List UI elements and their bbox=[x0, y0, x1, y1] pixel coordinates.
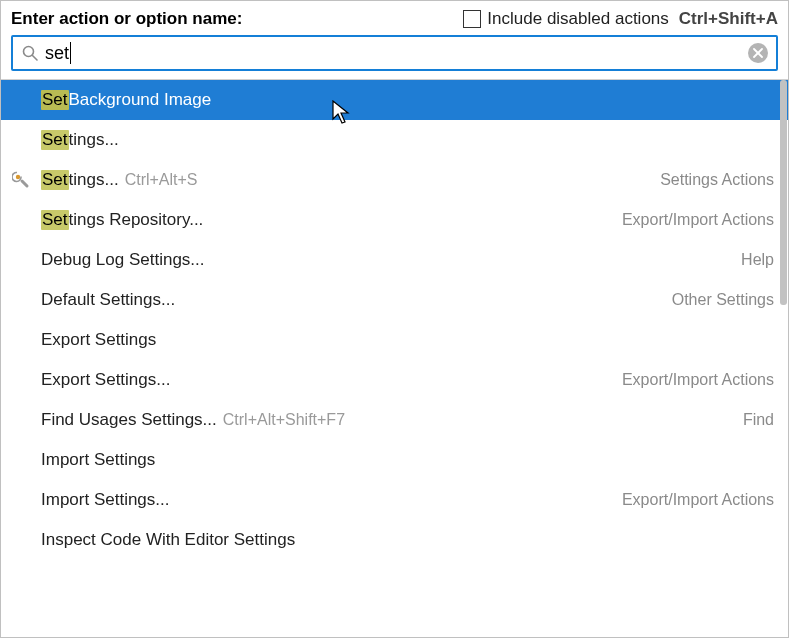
item-label: Settings... bbox=[41, 130, 119, 150]
item-text: Export Settings... bbox=[41, 370, 170, 390]
item-category: Help bbox=[741, 251, 774, 269]
item-text: Export Settings bbox=[41, 330, 156, 350]
list-item[interactable]: Set Background Image bbox=[1, 80, 788, 120]
header: Enter action or option name: Include dis… bbox=[1, 1, 788, 35]
item-label: Settings...Ctrl+Alt+S bbox=[41, 170, 198, 190]
empty-icon bbox=[11, 410, 31, 430]
item-text: Default Settings... bbox=[41, 290, 175, 310]
item-label: Import Settings bbox=[41, 450, 155, 470]
item-label: Export Settings... bbox=[41, 370, 170, 390]
item-text: tings... bbox=[69, 170, 119, 190]
search-input[interactable]: set bbox=[11, 35, 778, 71]
empty-icon bbox=[11, 370, 31, 390]
empty-icon bbox=[11, 290, 31, 310]
list-item[interactable]: Find Usages Settings...Ctrl+Alt+Shift+F7… bbox=[1, 400, 788, 440]
item-label: Import Settings... bbox=[41, 490, 170, 510]
empty-icon bbox=[11, 330, 31, 350]
item-text: Find Usages Settings... bbox=[41, 410, 217, 430]
match-highlight: Set bbox=[41, 130, 69, 150]
empty-icon bbox=[11, 130, 31, 150]
item-category: Other Settings bbox=[672, 291, 774, 309]
empty-icon bbox=[11, 450, 31, 470]
list-item[interactable]: Inspect Code With Editor Settings bbox=[1, 520, 788, 560]
dialog-shortcut: Ctrl+Shift+A bbox=[679, 9, 778, 29]
include-disabled-label: Include disabled actions bbox=[487, 9, 668, 29]
list-item[interactable]: Debug Log Settings...Help bbox=[1, 240, 788, 280]
clear-icon[interactable] bbox=[748, 43, 768, 63]
item-text: Debug Log Settings... bbox=[41, 250, 205, 270]
item-category: Settings Actions bbox=[660, 171, 774, 189]
include-disabled-checkbox-wrap[interactable]: Include disabled actions Ctrl+Shift+A bbox=[463, 9, 778, 29]
list-item[interactable]: Import Settings...Export/Import Actions bbox=[1, 480, 788, 520]
empty-icon bbox=[11, 90, 31, 110]
item-label: Settings Repository... bbox=[41, 210, 203, 230]
svg-point-4 bbox=[16, 175, 20, 179]
list-item[interactable]: Settings Repository...Export/Import Acti… bbox=[1, 200, 788, 240]
item-text: tings Repository... bbox=[69, 210, 204, 230]
text-caret bbox=[70, 42, 71, 64]
item-text: Inspect Code With Editor Settings bbox=[41, 530, 295, 550]
item-label: Default Settings... bbox=[41, 290, 175, 310]
list-item[interactable]: Default Settings...Other Settings bbox=[1, 280, 788, 320]
list-item[interactable]: Import Settings bbox=[1, 440, 788, 480]
match-highlight: Set bbox=[41, 210, 69, 230]
prompt-label: Enter action or option name: bbox=[11, 9, 242, 29]
empty-icon bbox=[11, 210, 31, 230]
item-text: Import Settings bbox=[41, 450, 155, 470]
item-label: Export Settings bbox=[41, 330, 156, 350]
empty-icon bbox=[11, 250, 31, 270]
item-label: Set Background Image bbox=[41, 90, 211, 110]
item-category: Export/Import Actions bbox=[622, 371, 774, 389]
search-row: set bbox=[1, 35, 788, 79]
item-shortcut: Ctrl+Alt+Shift+F7 bbox=[223, 411, 345, 429]
match-highlight: Set bbox=[41, 90, 69, 110]
item-text: Import Settings... bbox=[41, 490, 170, 510]
search-text[interactable]: set bbox=[39, 42, 748, 64]
item-category: Export/Import Actions bbox=[622, 211, 774, 229]
svg-line-1 bbox=[33, 56, 38, 61]
list-item[interactable]: Export Settings...Export/Import Actions bbox=[1, 360, 788, 400]
item-category: Export/Import Actions bbox=[622, 491, 774, 509]
item-label: Find Usages Settings...Ctrl+Alt+Shift+F7 bbox=[41, 410, 345, 430]
scrollbar-thumb[interactable] bbox=[780, 80, 787, 305]
empty-icon bbox=[11, 490, 31, 510]
wrench-icon bbox=[11, 170, 31, 190]
item-category: Find bbox=[743, 411, 774, 429]
list-item[interactable]: Export Settings bbox=[1, 320, 788, 360]
search-value: set bbox=[45, 43, 69, 64]
list-item[interactable]: Settings... bbox=[1, 120, 788, 160]
item-shortcut: Ctrl+Alt+S bbox=[125, 171, 198, 189]
list-item[interactable]: Settings...Ctrl+Alt+SSettings Actions bbox=[1, 160, 788, 200]
item-text: tings... bbox=[69, 130, 119, 150]
results-list: Set Background ImageSettings...Settings.… bbox=[1, 79, 788, 560]
item-text: Background Image bbox=[69, 90, 212, 110]
search-icon bbox=[21, 44, 39, 62]
item-label: Debug Log Settings... bbox=[41, 250, 205, 270]
match-highlight: Set bbox=[41, 170, 69, 190]
item-label: Inspect Code With Editor Settings bbox=[41, 530, 295, 550]
empty-icon bbox=[11, 530, 31, 550]
include-disabled-checkbox[interactable] bbox=[463, 10, 481, 28]
